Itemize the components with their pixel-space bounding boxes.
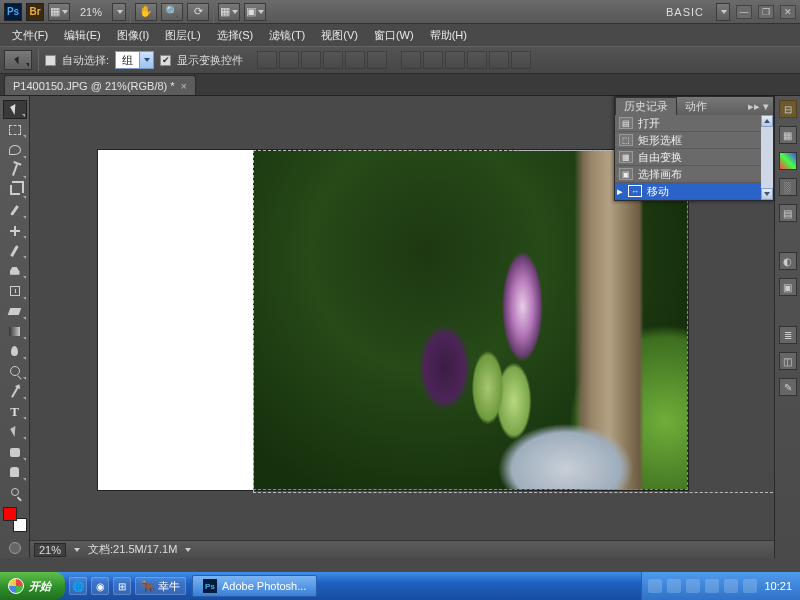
distribute-top-button[interactable]	[401, 51, 421, 69]
close-button[interactable]: ✕	[780, 5, 796, 19]
lasso-tool[interactable]	[3, 140, 27, 159]
tab-actions[interactable]: 动作	[677, 97, 715, 115]
eyedropper-tool[interactable]	[3, 201, 27, 220]
workspace-dropdown-arrow[interactable]	[716, 3, 730, 21]
history-item[interactable]: ▦自由变换	[615, 149, 773, 166]
shape-tool[interactable]	[3, 442, 27, 461]
quick-mask-toggle[interactable]	[3, 539, 27, 558]
history-item[interactable]: ▤打开	[615, 115, 773, 132]
tray-icon[interactable]	[724, 579, 738, 593]
path-select-tool[interactable]	[3, 422, 27, 441]
dock-masks-icon[interactable]: ▣	[779, 278, 797, 296]
menu-select[interactable]: 选择(S)	[209, 26, 262, 45]
show-transform-checkbox[interactable]: ✔	[160, 55, 171, 66]
ql-app-icon[interactable]: 🐂幸牛	[135, 577, 186, 595]
taskbar-clock[interactable]: 10:21	[762, 580, 794, 592]
ql-icon[interactable]: ◉	[91, 577, 109, 595]
menu-filter[interactable]: 滤镜(T)	[261, 26, 313, 45]
align-right-button[interactable]	[367, 51, 387, 69]
scroll-up-button[interactable]	[761, 115, 773, 127]
distribute-right-button[interactable]	[511, 51, 531, 69]
gradient-tool[interactable]	[3, 322, 27, 341]
history-item[interactable]: ⬚矩形选框	[615, 132, 773, 149]
dock-paths-icon[interactable]: ✎	[779, 378, 797, 396]
tab-history[interactable]: 历史记录	[615, 97, 677, 115]
align-vcenter-button[interactable]	[279, 51, 299, 69]
clone-stamp-tool[interactable]	[3, 261, 27, 280]
distribute-left-button[interactable]	[467, 51, 487, 69]
hand-tool-shortcut[interactable]: ✋	[135, 3, 157, 21]
distribute-bottom-button[interactable]	[445, 51, 465, 69]
tray-icon[interactable]	[686, 579, 700, 593]
align-bottom-button[interactable]	[301, 51, 321, 69]
menu-view[interactable]: 视图(V)	[313, 26, 366, 45]
tray-icon[interactable]	[667, 579, 681, 593]
eraser-tool[interactable]	[3, 302, 27, 321]
crop-tool[interactable]	[3, 181, 27, 200]
history-item-selected[interactable]: ▸↔移动	[615, 183, 773, 200]
history-brush-tool[interactable]	[3, 281, 27, 300]
tab-close-icon[interactable]: ×	[181, 80, 187, 92]
workspace-switcher[interactable]: BASIC	[658, 6, 712, 18]
menu-edit[interactable]: 编辑(E)	[56, 26, 109, 45]
dock-styles-icon[interactable]: ▤	[779, 204, 797, 222]
current-tool-indicator[interactable]	[4, 50, 32, 70]
zoom-tool[interactable]	[3, 483, 27, 502]
dock-channels-icon[interactable]: ◫	[779, 352, 797, 370]
blur-tool[interactable]	[3, 342, 27, 361]
dock-navigator-icon[interactable]: ▦	[779, 126, 797, 144]
status-menu-arrow-icon[interactable]	[74, 548, 80, 552]
auto-select-target-combo[interactable]: 组	[115, 51, 154, 69]
tray-icon[interactable]	[705, 579, 719, 593]
ql-icon[interactable]: 🌐	[69, 577, 87, 595]
ql-icon[interactable]: ⊞	[113, 577, 131, 595]
bridge-logo-icon[interactable]: Br	[26, 3, 44, 21]
start-button[interactable]: 开始	[0, 572, 65, 600]
scroll-down-button[interactable]	[761, 188, 773, 200]
status-zoom-field[interactable]: 21%	[34, 543, 66, 557]
foreground-color-swatch[interactable]	[3, 507, 17, 521]
screen-mode-dropdown[interactable]: ▣	[244, 3, 266, 21]
zoom-dropdown[interactable]: 21%	[74, 6, 108, 18]
zoom-dropdown-arrow[interactable]	[112, 3, 126, 21]
type-tool[interactable]: T	[3, 402, 27, 421]
dock-swatches-icon[interactable]: ░	[779, 178, 797, 196]
healing-brush-tool[interactable]	[3, 221, 27, 240]
dock-collapse-icon[interactable]: ⊟	[779, 100, 797, 118]
panel-menu-icon[interactable]: ▸▸ ▾	[744, 100, 773, 113]
marquee-tool[interactable]	[3, 120, 27, 139]
magic-wand-tool[interactable]	[3, 161, 27, 180]
history-scrollbar[interactable]	[761, 115, 773, 200]
layout-dropdown[interactable]: ▦	[48, 3, 70, 21]
pen-tool[interactable]	[3, 382, 27, 401]
dock-color-icon[interactable]	[779, 152, 797, 170]
menu-file[interactable]: 文件(F)	[4, 26, 56, 45]
hand-tool[interactable]	[3, 463, 27, 482]
align-left-button[interactable]	[323, 51, 343, 69]
menu-image[interactable]: 图像(I)	[109, 26, 157, 45]
distribute-hcenter-button[interactable]	[489, 51, 509, 69]
color-swatches[interactable]	[3, 507, 27, 532]
menu-help[interactable]: 帮助(H)	[422, 26, 475, 45]
status-info-arrow-icon[interactable]	[185, 548, 191, 552]
tray-icon[interactable]	[648, 579, 662, 593]
zoom-tool-shortcut[interactable]: 🔍	[161, 3, 183, 21]
dock-adjustments-icon[interactable]: ◐	[779, 252, 797, 270]
history-item[interactable]: ▣选择画布	[615, 166, 773, 183]
tray-volume-icon[interactable]	[743, 579, 757, 593]
image-content[interactable]	[253, 150, 688, 490]
menu-window[interactable]: 窗口(W)	[366, 26, 422, 45]
brush-tool[interactable]	[3, 241, 27, 260]
arrange-dropdown[interactable]: ▦	[218, 3, 240, 21]
menu-layer[interactable]: 图层(L)	[157, 26, 208, 45]
rotate-view-shortcut[interactable]: ⟳	[187, 3, 209, 21]
dodge-tool[interactable]	[3, 362, 27, 381]
auto-select-checkbox[interactable]	[45, 55, 56, 66]
align-top-button[interactable]	[257, 51, 277, 69]
dock-layers-icon[interactable]: ≣	[779, 326, 797, 344]
minimize-button[interactable]: —	[736, 5, 752, 19]
canvas[interactable]	[98, 150, 688, 490]
restore-button[interactable]: ❐	[758, 5, 774, 19]
document-tab[interactable]: P1400150.JPG @ 21%(RGB/8) * ×	[4, 75, 196, 95]
align-hcenter-button[interactable]	[345, 51, 365, 69]
